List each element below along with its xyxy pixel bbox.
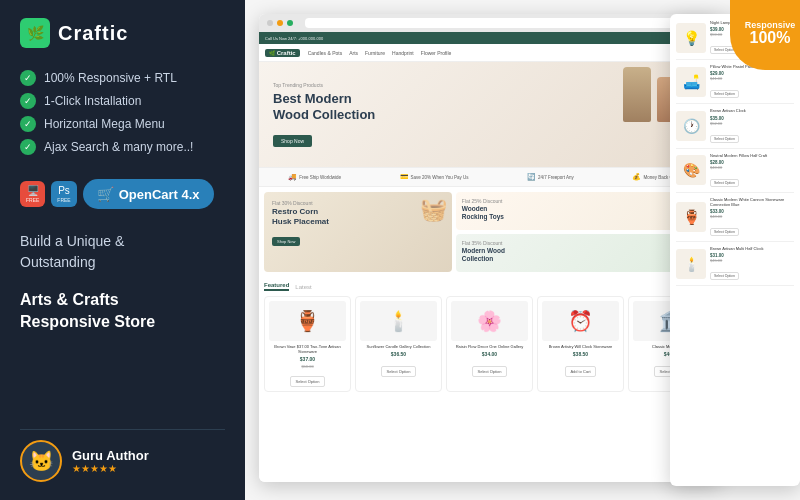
store-nav[interactable]: 🌿 Craftic Candles & Pots Arts Furniture … [259, 44, 720, 62]
products-grid: 🏺 Brown Vase $37.00 Two-Tone Artisan Sto… [264, 296, 715, 392]
right-product-price-old-3: $52.00 [710, 121, 794, 126]
product-btn-3[interactable]: Select Option [472, 366, 506, 377]
feature-item-4: ✓ Ajax Search & many more..! [20, 139, 225, 155]
product-price-1: $37.00 [269, 356, 346, 362]
promo-left-btn[interactable]: Shop Now [272, 237, 300, 246]
nav-item-flower[interactable]: Flower Profile [421, 50, 452, 56]
right-product-item-6: 🕯️ Brown Artisan Multi Half Clock $31.00… [676, 246, 794, 286]
product-img-2: 🕯️ [360, 301, 437, 341]
feat-returns: 🔄 24/7 Freeport Any [527, 173, 574, 181]
product-name-2: Sunflower Candle Gallery Collection [360, 344, 437, 349]
product-btn-1[interactable]: Select Option [290, 376, 324, 387]
hero-title: Best ModernWood Collection [273, 91, 375, 122]
right-product-btn-3[interactable]: Select Option [710, 135, 739, 143]
feature-list: ✓ 100% Responsive + RTL ✓ 1-Click Instal… [20, 70, 225, 155]
feature-item-3: ✓ Horizontal Mega Menu [20, 116, 225, 132]
feat-payment-text: Save 20% When You Pay Us [411, 175, 469, 180]
browser-mockup: Call Us Now 24/7: +000-000-000 🌿 Craftic… [259, 14, 720, 482]
right-product-item-3: 🕐 Brown Artisan Clock $35.00 $52.00 Sele… [676, 108, 794, 148]
browser-dot-green [287, 20, 293, 26]
shipping-icon: 🚚 [288, 173, 297, 181]
hero-banner: Top Trending Products Best ModernWood Co… [259, 62, 720, 167]
badge-ps-label: FREE [57, 197, 70, 203]
arts-text: Arts & CraftsResponsive Store [20, 289, 225, 334]
author-name: Guru Author [72, 448, 149, 463]
product-btn-2[interactable]: Select Option [381, 366, 415, 377]
badge-monitor-label: FREE [26, 197, 39, 203]
right-product-img-2: 🛋️ [676, 67, 706, 97]
right-product-btn-6[interactable]: Select Option [710, 272, 739, 280]
products-section: Featured Latest 🏺 Brown Vase $37.00 Two-… [259, 277, 720, 397]
product-price-3: $34.00 [451, 351, 528, 357]
right-product-info-3: Brown Artisan Clock $35.00 $52.00 Select… [710, 108, 794, 143]
product-btn-4[interactable]: Add to Cart [565, 366, 595, 377]
right-product-price-old-5: $48.00 [710, 214, 794, 219]
nav-item-arts[interactable]: Arts [349, 50, 358, 56]
right-product-item-4: 🎨 Neutral Modern Pillow Half Craft $28.0… [676, 153, 794, 193]
feat-payment: 💳 Save 20% When You Pay Us [400, 173, 469, 181]
tab-featured[interactable]: Featured [264, 282, 289, 291]
check-icon-2: ✓ [20, 93, 36, 109]
right-panel: 💡 Night Lamp Brown $39.00 $59.00 Select … [670, 14, 800, 486]
right-product-name-4: Neutral Modern Pillow Half Craft [710, 153, 794, 158]
right-product-name-5: Classic Modern White Cannon Stoneware Co… [710, 197, 794, 207]
product-name-1: Brown Vase $37.00 Two-Tone Artisan Stone… [269, 344, 346, 354]
product-card-2: 🕯️ Sunflower Candle Gallery Collection $… [355, 296, 442, 392]
browser-bar [259, 14, 720, 32]
responsive-percent: 100% [750, 30, 791, 46]
check-icon-1: ✓ [20, 70, 36, 86]
section-tabs: Featured Latest [264, 282, 715, 291]
promo-section: Flat 30% Discount Restro CornHusk Placem… [259, 187, 720, 277]
right-product-img-4: 🎨 [676, 155, 706, 185]
store-content: Call Us Now 24/7: +000-000-000 🌿 Craftic… [259, 32, 720, 482]
right-product-info-5: Classic Modern White Cannon Stoneware Co… [710, 197, 794, 237]
feature-item-2: ✓ 1-Click Installation [20, 93, 225, 109]
feature-label-3: Horizontal Mega Menu [44, 117, 165, 131]
product-price-4: $38.50 [542, 351, 619, 357]
feature-item-1: ✓ 100% Responsive + RTL [20, 70, 225, 86]
nav-item-candles[interactable]: Candles & Pots [308, 50, 342, 56]
build-text: Build a Unique &Outstanding [20, 231, 225, 273]
responsive-badge: Responsive 100% [730, 0, 800, 70]
hero-text: Top Trending Products Best ModernWood Co… [273, 82, 375, 146]
product-card-1: 🏺 Brown Vase $37.00 Two-Tone Artisan Sto… [264, 296, 351, 392]
product-card-4: ⏰ Brown Artistry Will Clock Stoneware $3… [537, 296, 624, 392]
right-product-item-2: 🛋️ Pillow White Pastel Painted Dotted $2… [676, 64, 794, 104]
moneyback-icon: 💰 [632, 173, 641, 181]
browser-url-bar [305, 18, 704, 28]
right-product-item-5: 🏺 Classic Modern White Cannon Stoneware … [676, 197, 794, 242]
right-product-name-3: Brown Artisan Clock [710, 108, 794, 113]
badge-ps: Ps FREE [51, 181, 76, 207]
nav-item-furniture[interactable]: Furniture [365, 50, 385, 56]
product-name-3: Raisin Flow Decor One Online Gallery [451, 344, 528, 349]
browser-dot-yellow [277, 20, 283, 26]
badges-row: 🖥️ FREE Ps FREE 🛒 OpenCart 4.x [20, 179, 225, 209]
right-product-img-5: 🏺 [676, 202, 706, 232]
product-price-2: $36.50 [360, 351, 437, 357]
product-price-old-1: $59.00 [269, 364, 346, 369]
right-product-img-3: 🕐 [676, 111, 706, 141]
nav-item-handprint[interactable]: Handprint [392, 50, 414, 56]
right-product-btn-5[interactable]: Select Option [710, 228, 739, 236]
author-icon: 🐱 [29, 449, 54, 473]
author-row: 🐱 Guru Author ★★★★★ [20, 429, 225, 482]
store-top-bar: Call Us Now 24/7: +000-000-000 [259, 32, 720, 44]
hero-button[interactable]: Shop Now [273, 135, 312, 147]
placemat-img: 🧺 [420, 197, 447, 223]
payment-icon: 💳 [400, 173, 409, 181]
opencart-label: OpenCart 4.x [119, 187, 200, 202]
feat-shipping: 🚚 Free Ship Worldwide [288, 173, 341, 181]
badge-monitor: 🖥️ FREE [20, 181, 45, 207]
candle-1 [623, 67, 651, 122]
store-logo: 🌿 Craftic [265, 49, 300, 57]
right-product-btn-2[interactable]: Select Option [710, 90, 739, 98]
tab-latest[interactable]: Latest [295, 284, 311, 290]
check-icon-4: ✓ [20, 139, 36, 155]
right-product-img-1: 💡 [676, 23, 706, 53]
right-product-price-old-6: $45.00 [710, 258, 794, 263]
product-card-3: 🌸 Raisin Flow Decor One Online Gallery $… [446, 296, 533, 392]
right-product-btn-4[interactable]: Select Option [710, 179, 739, 187]
logo-row: 🌿 Craftic [20, 18, 225, 48]
promo-left-discount: Flat 30% Discount [272, 200, 444, 206]
badge-opencart[interactable]: 🛒 OpenCart 4.x [83, 179, 214, 209]
